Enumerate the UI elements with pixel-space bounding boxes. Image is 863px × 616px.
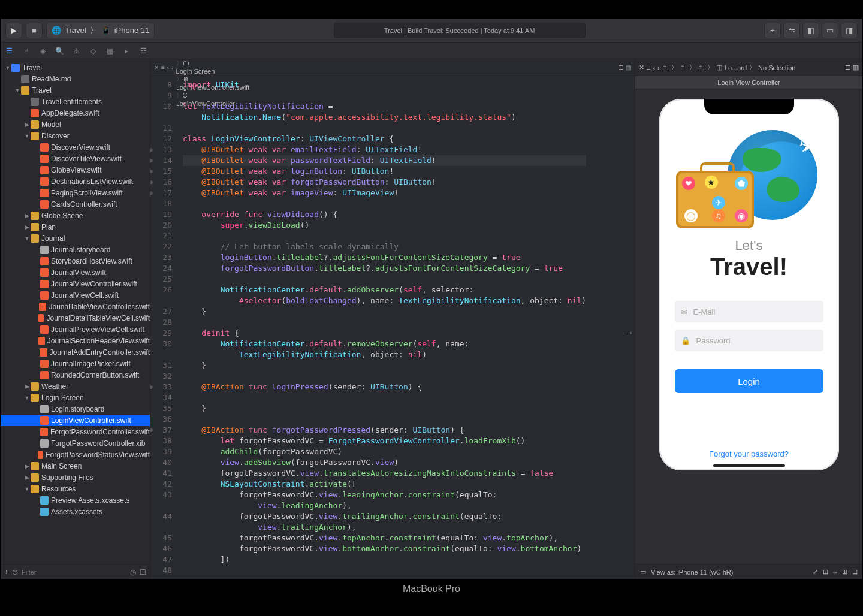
file-tree-item[interactable]: ▼Login Screen xyxy=(1,392,150,403)
file-tree-item[interactable]: Assets.xcassets xyxy=(1,506,150,517)
file-tree-item[interactable]: ▼Travel xyxy=(1,62,150,73)
breakpoint-navigator-tab[interactable]: ▸ xyxy=(120,45,132,57)
debug-navigator-tab[interactable]: ▦ xyxy=(104,45,116,57)
line-number[interactable]: 14 xyxy=(150,155,172,166)
line-number[interactable]: 11 xyxy=(150,123,172,134)
file-tree-item[interactable]: AppDelegate.swift xyxy=(1,107,150,119)
disclosure-icon[interactable]: ▶ xyxy=(23,213,31,219)
build-status[interactable]: Travel | Build Travel: Succeeded | Today… xyxy=(334,23,586,38)
filter-scope-button[interactable]: ⊚ xyxy=(12,568,18,576)
line-number[interactable]: 37 xyxy=(150,425,172,436)
file-tree-item[interactable]: JournalPreviewViewCell.swift xyxy=(1,324,150,335)
disclosure-icon[interactable]: ▶ xyxy=(23,384,31,389)
file-tree-item[interactable]: ▶Weather xyxy=(1,381,150,392)
line-number[interactable]: 24 xyxy=(150,263,172,274)
line-number[interactable]: 33 xyxy=(150,382,172,392)
code-line[interactable]: @IBOutlet weak var emailTextField: UITex… xyxy=(183,144,586,155)
file-tree-item[interactable]: Login.storyboard xyxy=(1,403,150,415)
file-tree-item[interactable]: Travel.entitlements xyxy=(1,96,150,107)
assistant-back-icon[interactable]: ‹ xyxy=(653,64,655,71)
file-tree-item[interactable]: Preview Assets.xcassets xyxy=(1,494,150,506)
code-line[interactable]: import UIKit xyxy=(183,80,586,90)
file-tree-item[interactable]: ▶Model xyxy=(1,119,150,130)
file-tree-item[interactable]: RoundedCornerButton.swift xyxy=(1,369,150,381)
code-line[interactable]: view.trailingAnchor), xyxy=(183,522,586,533)
code-line[interactable]: #selector(boldTextChanged), name: TextLe… xyxy=(183,295,586,306)
line-number[interactable]: 36 xyxy=(150,414,172,425)
report-navigator-tab[interactable]: ☲ xyxy=(137,45,149,57)
code-area[interactable]: 8910111213141516171819202122232425262728… xyxy=(150,76,635,579)
disclosure-icon[interactable]: ▶ xyxy=(23,122,31,128)
editor-options-icon[interactable]: ≣ xyxy=(618,64,623,71)
line-number[interactable]: 28 xyxy=(150,317,172,328)
line-number[interactable]: 45 xyxy=(150,533,172,543)
assistant-crumb-last[interactable]: No Selection xyxy=(758,64,795,71)
view-as-bar[interactable]: ▭ View as: iPhone 11 (wC hR) ⤢ ⊡ ⎃ ⊞ ⊟ xyxy=(635,564,862,579)
file-tree-item[interactable]: JounalTableViewController.swift xyxy=(1,301,150,312)
code-line[interactable]: ]) xyxy=(183,554,586,565)
code-line[interactable]: view.addSubview(forgotPasswordVC.view) xyxy=(183,457,586,468)
line-number[interactable]: 23 xyxy=(150,252,172,263)
code-line[interactable]: view.leadingAnchor), xyxy=(183,500,586,511)
recent-filter-button[interactable]: ◷ xyxy=(130,568,136,576)
assistant-add-editor-icon[interactable]: ▥ xyxy=(853,64,859,71)
ib-canvas[interactable]: → ✈ ❤ ★ ⬟ ✈ xyxy=(635,89,862,564)
test-navigator-tab[interactable]: ◇ xyxy=(87,45,99,57)
line-number[interactable]: 44 xyxy=(150,511,172,522)
code-line[interactable]: @IBOutlet weak var loginButton: UIButton… xyxy=(183,166,586,177)
line-number[interactable]: 47 xyxy=(150,554,172,565)
scm-filter-button[interactable]: ☐ xyxy=(140,568,146,576)
disclosure-icon[interactable]: ▼ xyxy=(23,486,31,492)
assistant-jump-bar[interactable]: ✕ ≡ ‹ › 🗀 〉 🗀 〉 🗀 〉 ◫ Lo...ard 〉 No Sele… xyxy=(635,59,862,76)
file-tree-item[interactable]: CardsController.swift xyxy=(1,198,150,210)
code-line[interactable]: forgotPasswordVC.view.topAnchor.constrai… xyxy=(183,533,586,543)
code-line[interactable]: @IBAction func loginPressed(sender: UIBu… xyxy=(183,382,586,392)
symbol-navigator-tab[interactable]: ◈ xyxy=(37,45,49,57)
line-number[interactable]: 40 xyxy=(150,457,172,468)
code-line[interactable]: Notification.Name("com.apple.accessibili… xyxy=(183,112,586,123)
line-number[interactable]: 20 xyxy=(150,220,172,231)
file-tree-item[interactable]: JournalAddEntryController.swift xyxy=(1,346,150,358)
line-number[interactable] xyxy=(150,349,172,360)
assistant-crumb[interactable]: Lo...ard xyxy=(725,64,747,71)
disclosure-icon[interactable]: ▼ xyxy=(4,65,11,71)
file-tree-item[interactable]: PagingScrollView.swift xyxy=(1,187,150,198)
file-tree-item[interactable]: JournalViewController.swift xyxy=(1,278,150,289)
line-number[interactable]: 43 xyxy=(150,490,172,500)
code-line[interactable]: @IBOutlet weak var imageView: UIImageVie… xyxy=(183,188,586,198)
assistant-forward-icon[interactable]: › xyxy=(657,64,660,71)
code-line[interactable]: forgotPasswordVC.view.translatesAutoresi… xyxy=(183,468,586,479)
file-tree-item[interactable]: ▶Plan xyxy=(1,221,150,232)
code-line[interactable] xyxy=(183,123,586,134)
line-number[interactable]: 13 xyxy=(150,144,172,155)
viewas-label[interactable]: View as: iPhone 11 (wC hR) xyxy=(651,569,733,576)
line-number[interactable]: 41 xyxy=(150,468,172,479)
line-number[interactable]: 32 xyxy=(150,371,172,382)
toggle-inspector-button[interactable]: ◨ xyxy=(841,23,858,38)
code-line[interactable] xyxy=(183,565,586,576)
disclosure-icon[interactable]: ▶ xyxy=(23,224,31,230)
file-tree[interactable]: ▼TravelReadMe.md▼TravelTravel.entitlemen… xyxy=(1,59,150,564)
code-line[interactable]: } xyxy=(183,306,586,317)
zoom-actual-icon[interactable]: ⊡ xyxy=(823,568,828,576)
line-number[interactable]: 35 xyxy=(150,403,172,414)
code-line[interactable]: override func viewDidLoad() { xyxy=(183,209,586,220)
line-number[interactable] xyxy=(150,112,172,123)
login-button[interactable]: Login xyxy=(675,369,823,393)
file-tree-item[interactable]: LoginViewController.swift xyxy=(1,415,150,426)
code-line[interactable] xyxy=(183,231,586,241)
line-number[interactable]: 48 xyxy=(150,565,172,576)
zoom-out-icon[interactable]: ⤢ xyxy=(813,568,818,576)
file-tree-item[interactable]: DestinationsListView.swift xyxy=(1,176,150,187)
back-icon[interactable]: ‹ xyxy=(167,64,169,71)
code-line[interactable] xyxy=(183,274,586,285)
code-line[interactable]: deinit { xyxy=(183,328,586,339)
line-number[interactable]: 38 xyxy=(150,436,172,446)
scheme-selector[interactable]: 🌐 Travel 〉 📱 iPhone 11 xyxy=(46,23,155,38)
file-tree-item[interactable]: JournalView.swift xyxy=(1,267,150,278)
file-tree-item[interactable]: ReadMe.md xyxy=(1,73,150,84)
line-number[interactable]: 25 xyxy=(150,274,172,285)
file-tree-item[interactable]: ▶Main Screen xyxy=(1,460,150,472)
file-tree-item[interactable]: ForgotPasswordStatusView.swift xyxy=(1,449,150,460)
line-number[interactable]: 8 xyxy=(150,80,172,90)
